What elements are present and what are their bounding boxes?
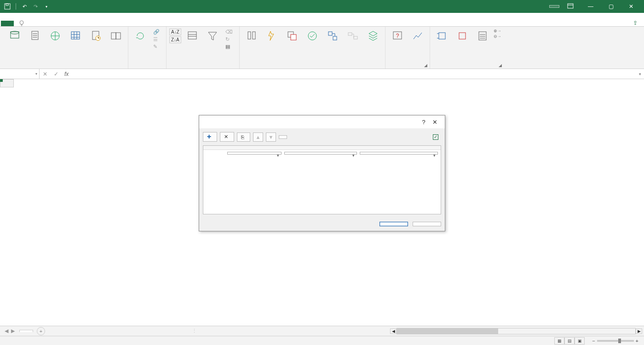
sort-on-select[interactable] xyxy=(284,152,357,155)
headers-checkbox[interactable]: ✓ xyxy=(433,134,441,140)
group-label xyxy=(242,62,382,62)
prev-sheet-icon[interactable]: ◀ xyxy=(5,328,8,334)
consolidate-button[interactable] xyxy=(323,29,342,44)
zoom-out-icon[interactable]: − xyxy=(592,338,595,344)
flash-fill-button[interactable] xyxy=(263,29,281,44)
whatif-button[interactable]: ? xyxy=(388,29,407,44)
manage-model-button[interactable] xyxy=(364,29,382,44)
recent-sources-button[interactable] xyxy=(86,29,105,44)
help-icon[interactable]: ? xyxy=(418,119,429,126)
dialog-launcher-icon[interactable]: ◢ xyxy=(499,63,503,68)
sort-desc-button[interactable]: Z↓A xyxy=(169,36,181,43)
accept-formula-icon[interactable]: ✓ xyxy=(51,69,62,79)
delete-level-button[interactable]: ✕ xyxy=(220,132,234,142)
add-sheet-button[interactable]: + xyxy=(37,327,45,335)
tab-file[interactable] xyxy=(1,21,14,26)
existing-conn-button[interactable] xyxy=(107,29,125,44)
sheet-tab[interactable] xyxy=(19,330,33,332)
hscroll-thumb[interactable] xyxy=(397,328,498,334)
forecast-sheet-button[interactable] xyxy=(408,29,427,44)
properties-button[interactable]: ☰ xyxy=(151,36,163,43)
sort-column-select[interactable] xyxy=(227,152,282,155)
zoom-in-icon[interactable]: + xyxy=(636,338,638,344)
svg-rect-17 xyxy=(291,34,296,40)
reapply-button[interactable]: ↻ xyxy=(224,36,236,43)
scroll-left-icon[interactable]: ◀ xyxy=(390,328,397,334)
undo-icon[interactable]: ↶ xyxy=(21,3,28,10)
close-button[interactable]: ✕ xyxy=(622,0,640,13)
validation-icon xyxy=(306,29,319,42)
expand-formulabar-icon[interactable]: ▾ xyxy=(636,72,644,76)
zoom-control[interactable]: − + xyxy=(592,338,640,344)
hide-detail-icon[interactable]: ⊖→ xyxy=(494,34,501,39)
remove-dup-button[interactable] xyxy=(283,29,301,44)
sort-asc-button[interactable]: A↓Z xyxy=(169,29,181,35)
group-sort-filter: A↓Z Z↓A ⌫ ↻ ▤ xyxy=(167,27,240,69)
hscroll-track[interactable] xyxy=(397,328,636,334)
svg-text:?: ? xyxy=(396,33,399,39)
maximize-button[interactable]: ▢ xyxy=(602,0,620,13)
add-level-button[interactable]: ✚ xyxy=(203,132,217,142)
show-detail-icon[interactable]: ⊕→ xyxy=(494,29,501,33)
move-down-button[interactable]: ▼ xyxy=(266,132,276,142)
advanced-icon: ▤ xyxy=(225,44,230,50)
column-headers[interactable] xyxy=(14,79,644,87)
copy-level-button[interactable]: ⎘ xyxy=(237,132,250,142)
refresh-all-button[interactable] xyxy=(131,29,150,44)
split-handle[interactable]: ⋮ xyxy=(45,328,344,334)
edit-links-button[interactable]: ✎ xyxy=(151,43,163,50)
cancel-button[interactable] xyxy=(413,222,441,226)
page-layout-view-icon[interactable]: ▤ xyxy=(564,337,575,345)
move-up-button[interactable]: ▲ xyxy=(253,132,263,142)
next-sheet-icon[interactable]: ▶ xyxy=(11,328,15,334)
funnel-icon xyxy=(206,29,219,42)
text-to-columns-button[interactable] xyxy=(242,29,261,44)
close-icon[interactable]: ✕ xyxy=(429,119,440,126)
qat-customize-icon[interactable]: ▾ xyxy=(43,3,50,10)
sort-order-select[interactable] xyxy=(360,152,438,155)
get-data-button[interactable] xyxy=(6,29,24,44)
options-button[interactable] xyxy=(279,135,287,139)
filter-button[interactable] xyxy=(203,29,222,44)
fx-icon[interactable]: fx xyxy=(62,71,71,77)
data-validation-button[interactable] xyxy=(303,29,322,44)
cancel-formula-icon[interactable]: ✕ xyxy=(40,69,51,79)
sign-in-button[interactable] xyxy=(549,5,559,8)
svg-rect-14 xyxy=(248,32,251,39)
group-button[interactable] xyxy=(433,29,451,44)
ungroup-button[interactable] xyxy=(453,29,472,44)
share-button[interactable]: ⇪ xyxy=(628,20,644,26)
sheet-nav[interactable]: ◀▶ xyxy=(0,328,19,334)
dialog-launcher-icon[interactable]: ◢ xyxy=(424,63,429,68)
zoom-slider[interactable] xyxy=(597,340,634,342)
svg-rect-12 xyxy=(116,33,121,39)
dialog-titlebar[interactable]: ? ✕ xyxy=(199,115,445,128)
horizontal-scrollbar[interactable]: ◀ ▶ xyxy=(344,328,644,334)
svg-rect-15 xyxy=(253,32,255,39)
subtotal-button[interactable] xyxy=(473,29,492,44)
from-web-button[interactable] xyxy=(46,29,64,44)
ok-button[interactable] xyxy=(380,222,408,226)
from-text-button[interactable] xyxy=(26,29,44,44)
scroll-right-icon[interactable]: ▶ xyxy=(636,328,642,334)
props-icon: ☰ xyxy=(153,36,158,42)
ribbon-options-icon[interactable] xyxy=(561,0,580,13)
relationships-button[interactable] xyxy=(344,29,362,44)
sort-button[interactable] xyxy=(183,29,201,44)
normal-view-icon[interactable]: ▦ xyxy=(554,337,564,345)
minimize-button[interactable]: — xyxy=(581,0,600,13)
fill-handle[interactable] xyxy=(0,79,3,82)
queries-conn-button[interactable]: 🔗 xyxy=(151,29,163,35)
table-icon xyxy=(69,29,82,42)
connections-icon xyxy=(109,29,122,42)
advanced-filter-button[interactable]: ▤ xyxy=(224,43,236,50)
save-icon[interactable] xyxy=(4,3,11,10)
page-break-view-icon[interactable]: ▣ xyxy=(575,337,585,345)
tell-me-search[interactable] xyxy=(14,20,32,26)
redo-icon[interactable]: ↷ xyxy=(32,3,39,10)
ungroup-icon xyxy=(456,29,469,42)
view-buttons[interactable]: ▦ ▤ ▣ xyxy=(554,337,585,345)
clear-filter-button[interactable]: ⌫ xyxy=(224,29,236,35)
name-box[interactable] xyxy=(0,69,40,79)
from-table-button[interactable] xyxy=(66,29,85,44)
